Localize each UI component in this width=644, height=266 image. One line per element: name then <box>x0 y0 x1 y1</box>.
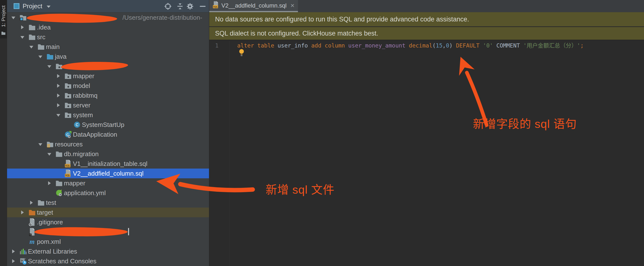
tree-item-main[interactable]: main <box>7 42 209 52</box>
tree-toggle-expanded-icon[interactable] <box>19 32 28 42</box>
no-toggle <box>19 227 28 237</box>
tree-toggle-expanded-icon[interactable] <box>55 110 64 120</box>
tree-toggle-expanded-icon[interactable] <box>46 149 55 159</box>
annotation-code-label: 新增字段的 sql 语句 <box>473 114 577 131</box>
tree-item-v2-addfield-column-sql[interactable]: SQLV2__addfield_column.sql <box>7 169 209 178</box>
tree-item-resources[interactable]: resources <box>7 139 209 149</box>
tree-item-dataapplication[interactable]: CDataApplication <box>7 129 209 139</box>
editor-tab-bar: SQL V2__addfield_column.sql × <box>209 0 644 12</box>
sql-statement-line[interactable]: alter table user_info add column user_mo… <box>237 41 584 50</box>
code-token <box>520 42 523 49</box>
code-token <box>321 42 325 49</box>
folder-icon <box>55 149 64 159</box>
collapse-all-icon[interactable] <box>176 3 184 10</box>
tree-item-label: target <box>37 209 53 216</box>
tree-item-external-libraries[interactable]: External Libraries <box>7 246 209 256</box>
tree-toggle-collapsed-icon[interactable] <box>55 71 64 81</box>
code-token <box>493 42 496 49</box>
close-icon[interactable]: × <box>290 2 294 9</box>
tree-item-label: pom.xml <box>37 238 61 245</box>
code-token: '0' <box>483 42 493 49</box>
locate-icon[interactable] <box>164 3 172 10</box>
tree-item-target[interactable]: target <box>7 208 209 217</box>
code-token: decimal <box>409 42 432 49</box>
tool-window-icon <box>14 3 20 9</box>
tree-item-label: Scratches and Consoles <box>28 257 96 265</box>
tree-item-application-yml[interactable]: application.yml <box>7 188 209 198</box>
tree-item-server[interactable]: server <box>7 100 209 110</box>
tree-item-label: SystemStartUp <box>82 121 124 128</box>
package-icon <box>64 100 72 110</box>
hide-panel-icon[interactable] <box>198 3 207 10</box>
tree-toggle-collapsed-icon[interactable] <box>19 22 28 32</box>
scratches-icon: > <box>19 256 28 266</box>
tree-toggle-collapsed-icon[interactable] <box>10 246 19 256</box>
code-token <box>480 42 483 49</box>
no-toggle <box>55 129 64 139</box>
tree-toggle-collapsed-icon[interactable] <box>55 100 64 110</box>
code-token: add <box>311 42 322 49</box>
tree-item-label: .gitignore <box>37 218 63 226</box>
no-toggle <box>55 159 64 169</box>
tree-item-systemstartup[interactable]: CSystemStartUp <box>7 120 209 129</box>
annotation-file-label: 新增 sql 文件 <box>266 180 334 197</box>
tree-item-label: .idea <box>37 24 50 31</box>
header-separator <box>182 2 183 10</box>
tree-item-label: mapper <box>73 72 94 80</box>
tree-toggle-expanded-icon[interactable] <box>10 13 19 22</box>
tree-toggle-collapsed-icon[interactable] <box>19 208 28 217</box>
code-token <box>452 42 456 49</box>
svg-text:SQL: SQL <box>65 174 70 177</box>
tree-item-label: V2__addfield_column.sql <box>73 170 144 177</box>
tree-toggle-collapsed-icon[interactable] <box>55 91 64 100</box>
tree-toggle-expanded-icon[interactable] <box>28 42 37 52</box>
tree-item-label: main <box>46 43 60 51</box>
tree-toggle-expanded-icon[interactable] <box>37 139 46 149</box>
tree-item-scratches-and-consoles[interactable]: >Scratches and Consoles <box>7 256 209 266</box>
folder-icon <box>28 32 36 42</box>
tree-item-java[interactable]: java <box>7 52 209 61</box>
svg-text:m: m <box>30 238 34 245</box>
package-icon <box>64 81 72 91</box>
tree-item-rabbitmq[interactable]: rabbitmq <box>7 91 209 100</box>
tab-label: V2__addfield_column.sql <box>222 2 286 9</box>
code-token: user_info <box>274 42 311 49</box>
tree-toggle-collapsed-icon[interactable] <box>55 81 64 91</box>
project-stripe-button[interactable]: 1: Project <box>0 2 7 31</box>
sql-dialect-warning-banner: SQL dialect is not configured. ClickHous… <box>209 27 644 40</box>
tree-item--gitignore[interactable]: .gitignore <box>7 217 209 227</box>
tree-item-src[interactable]: src <box>7 32 209 42</box>
tree-item-label: test <box>46 199 56 207</box>
tree-item-mapper[interactable]: mapper <box>7 71 209 81</box>
no-toggle <box>19 237 28 246</box>
tree-toggle-collapsed-icon[interactable] <box>28 198 37 208</box>
tree-item-db-migration[interactable]: db.migration <box>7 149 209 159</box>
tree-item-mapper[interactable]: mapper <box>7 178 209 188</box>
line-number: 1 <box>209 41 218 50</box>
tree-item-label: mapper <box>64 180 85 187</box>
code-token: ( <box>432 42 436 49</box>
folder-root-icon <box>19 13 28 22</box>
code-token <box>345 42 348 49</box>
editor-pane[interactable]: SQL V2__addfield_column.sql × No data so… <box>209 0 644 266</box>
tree-toggle-expanded-icon[interactable] <box>46 61 55 71</box>
sql-file-icon: SQL <box>64 169 72 178</box>
svg-text:SQL: SQL <box>213 6 218 8</box>
tree-item-v1-initialization-table-sql[interactable]: SQLV1__initialization_table.sql <box>7 159 209 169</box>
tree-item-pom-xml[interactable]: mpom.xml <box>7 237 209 246</box>
spring-file-icon <box>55 188 64 198</box>
settings-gear-icon[interactable] <box>186 3 194 10</box>
tree-toggle-expanded-icon[interactable] <box>37 52 46 61</box>
intention-lightbulb-icon[interactable] <box>238 49 245 58</box>
tree-toggle-collapsed-icon[interactable] <box>10 256 19 266</box>
project-view-dropdown[interactable]: Project <box>22 0 42 12</box>
tree-item-system[interactable]: system <box>7 110 209 120</box>
tree-toggle-collapsed-icon[interactable] <box>46 178 55 188</box>
tree-item-test[interactable]: test <box>7 198 209 208</box>
tree-item--idea[interactable]: .idea <box>7 22 209 32</box>
code-token: 0 <box>446 42 449 49</box>
folder-icon <box>28 22 36 32</box>
editor-tab-v2-addfield-column-sql[interactable]: SQL V2__addfield_column.sql × <box>209 0 298 12</box>
code-token: '用户金额汇总（分）' <box>523 42 580 49</box>
tree-item-model[interactable]: model <box>7 81 209 91</box>
